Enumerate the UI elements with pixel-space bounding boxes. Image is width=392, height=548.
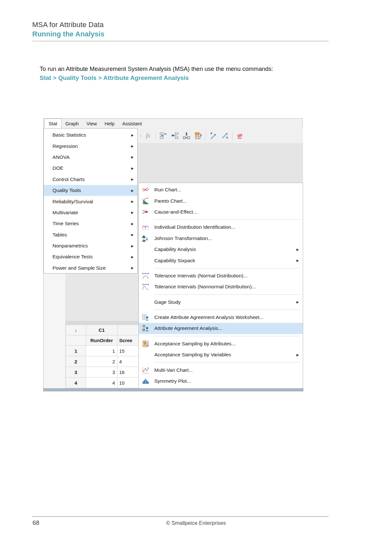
row-number[interactable]: 3 [66, 367, 86, 378]
submenu-arrow-icon: ▶ [131, 155, 134, 159]
minitab-screenshot: Stat Graph View Help Assistant ⁞ fx [43, 118, 303, 391]
menu-item-multi-vari-chart[interactable]: Multi-Vari Chart... [139, 364, 303, 375]
menu-graph[interactable]: Graph [62, 119, 83, 128]
worksheet-top-band [66, 321, 143, 325]
menu-bar: Stat Graph View Help Assistant [43, 119, 302, 128]
cell-runorder[interactable]: 1 [86, 346, 118, 356]
cell-runorder[interactable]: 2 [86, 356, 118, 367]
submenu-arrow-icon: ▶ [131, 211, 134, 214]
toolbar-grip-icon: ⁞ [140, 133, 141, 138]
menu-command-path: Stat > Quality Tools > Attribute Agreeme… [40, 74, 189, 82]
menu-separator [154, 268, 300, 268]
submenu-arrow-icon: ▶ [131, 133, 134, 137]
johnson-transformation-icon [141, 234, 150, 242]
merge-columns-icon[interactable] [171, 131, 179, 140]
header-rule [32, 41, 329, 41]
menu-separator [154, 336, 300, 336]
menu-item-capability-analysis[interactable]: Capability Analysis ▶ [139, 244, 303, 255]
attribute-agreement-icon [141, 324, 150, 332]
table-row: 1 1 15 [66, 346, 143, 356]
submenu-arrow-icon: ▶ [131, 244, 134, 248]
menu-item-create-attribute-agreement-analysis-worksheet[interactable]: Create Attribute Agreement Analysis Work… [139, 312, 303, 323]
pareto-chart-icon [141, 197, 150, 205]
stat-menu-item-control-charts[interactable]: Control Charts▶ [44, 174, 137, 185]
stat-menu-item-doe[interactable]: DOE▶ [44, 163, 137, 174]
copyright: © Smallpeice Enterprises [0, 520, 392, 526]
stat-dropdown-menu: Basic Statistics▶ Regression▶ ANOVA▶ DOE… [43, 128, 138, 274]
insert-column-icon[interactable] [182, 131, 191, 140]
row-number[interactable]: 4 [66, 378, 86, 388]
stat-menu-item-nonparametrics[interactable]: Nonparametrics▶ [44, 240, 137, 251]
menu-assistant[interactable]: Assistant [119, 119, 146, 128]
submenu-arrow-icon: ▶ [131, 178, 134, 181]
function-fx-icon[interactable]: fx [144, 131, 152, 140]
submenu-arrow-icon: ▶ [131, 222, 134, 226]
menu-separator [154, 362, 300, 362]
submenu-arrow-icon: ▶ [131, 255, 134, 259]
submenu-arrow-icon: ▶ [131, 200, 134, 203]
stat-menu-item-anova[interactable]: ANOVA▶ [44, 152, 137, 163]
table-row: 4 4 10 [66, 378, 143, 388]
column-name-runorder[interactable]: RunOrder [86, 335, 118, 346]
tolerance-intervals-nonnormal-icon [141, 283, 150, 291]
submenu-arrow-icon: ▶ [131, 167, 134, 170]
menu-help[interactable]: Help [101, 119, 119, 128]
format-brush-down-icon[interactable] [221, 131, 229, 140]
menu-item-pareto-chart[interactable]: Pareto Chart... [139, 195, 303, 206]
menu-item-tolerance-intervals-nonnormal[interactable]: Tolerance Intervals (Nonnormal Distribut… [139, 281, 303, 292]
format-brush-up-icon[interactable] [209, 131, 217, 140]
stat-menu-item-quality-tools[interactable]: Quality Tools▶ [44, 185, 137, 196]
stat-menu-item-tables[interactable]: Tables▶ [44, 229, 137, 240]
stat-menu-item-time-series[interactable]: Time Series▶ [44, 218, 137, 229]
menu-item-individual-distribution-identification[interactable]: Individual Distribution Identification..… [139, 222, 303, 233]
page-subtitle: Running the Analysis [32, 30, 104, 38]
menu-item-capability-sixpack[interactable]: Capability Sixpack ▶ [139, 255, 303, 266]
submenu-arrow-icon: ▶ [131, 233, 134, 236]
stat-menu-item-multivariate[interactable]: Multivariate▶ [44, 207, 137, 218]
submenu-arrow-icon: ▶ [296, 353, 300, 357]
cell-runorder[interactable]: 3 [86, 367, 118, 378]
menu-item-symmetry-plot[interactable]: Symmetry Plot... [139, 376, 303, 387]
submenu-arrow-icon: ▶ [131, 144, 134, 148]
stat-menu-item-basic-statistics[interactable]: Basic Statistics▶ [44, 130, 137, 140]
menu-item-acceptance-sampling-by-attributes[interactable]: ? Acceptance Sampling by Attributes... [139, 338, 303, 349]
row-number[interactable]: 1 [66, 346, 86, 356]
stat-menu-item-power-and-sample-size[interactable]: Power and Sample Size▶ [44, 263, 137, 274]
worksheet-pointer-cell[interactable]: ↓ [66, 325, 86, 335]
multi-vari-chart-icon [141, 366, 150, 374]
worksheet-data: 1 1 15 2 2 4 3 3 16 4 4 10 [66, 346, 143, 388]
menu-separator [154, 310, 300, 310]
worksheet: ↓ C1 RunOrder Scree 1 1 15 2 2 4 [66, 321, 143, 388]
symmetry-plot-icon [141, 377, 150, 385]
menu-item-gage-study[interactable]: Gage Study ▶ [139, 297, 303, 308]
row-number[interactable]: 2 [66, 356, 86, 367]
tolerance-intervals-normal-icon [141, 272, 150, 280]
recode-columns-icon[interactable] [159, 131, 167, 140]
cell-runorder[interactable]: 4 [86, 378, 118, 388]
menu-item-acceptance-sampling-by-variables[interactable]: Acceptance Sampling by Variables ▶ [139, 349, 303, 360]
menu-view[interactable]: View [82, 119, 100, 128]
menu-item-cause-and-effect[interactable]: Cause-and-Effect... [139, 207, 303, 217]
menu-separator [154, 294, 300, 295]
menu-item-attribute-agreement-analysis[interactable]: Attribute Agreement Analysis... [139, 323, 303, 334]
acceptance-sampling-attributes-icon: ? [141, 340, 150, 348]
menu-item-run-chart[interactable]: Run Chart... [139, 184, 303, 195]
worksheet-left-gutter [43, 274, 66, 389]
corner-cell[interactable] [66, 335, 86, 346]
copy-column-icon[interactable] [194, 131, 202, 140]
stat-menu-item-equivalence-tests[interactable]: Equivalence Tests▶ [44, 251, 137, 262]
column-id-c1[interactable]: C1 [86, 325, 118, 335]
menu-item-johnson-transformation[interactable]: Johnson Transformation... [139, 233, 303, 244]
menu-stat[interactable]: Stat [44, 119, 62, 128]
worksheet-name-row: RunOrder Scree [66, 335, 143, 346]
stat-menu-item-reliability-survival[interactable]: Reliability/Survival▶ [44, 196, 137, 207]
screenshot-bottom-strip [43, 388, 303, 391]
submenu-arrow-icon: ▶ [296, 248, 300, 251]
eraser-icon[interactable] [236, 131, 244, 140]
quality-tools-submenu: Run Chart... Pareto Chart... Cause-and-E… [139, 183, 303, 389]
worksheet-header-row: ↓ C1 [66, 325, 143, 335]
menu-item-tolerance-intervals-normal[interactable]: Tolerance Intervals (Normal Distribution… [139, 270, 303, 281]
submenu-arrow-icon: ▶ [296, 259, 300, 262]
table-row: 2 2 4 [66, 356, 143, 367]
stat-menu-item-regression[interactable]: Regression▶ [44, 140, 137, 151]
